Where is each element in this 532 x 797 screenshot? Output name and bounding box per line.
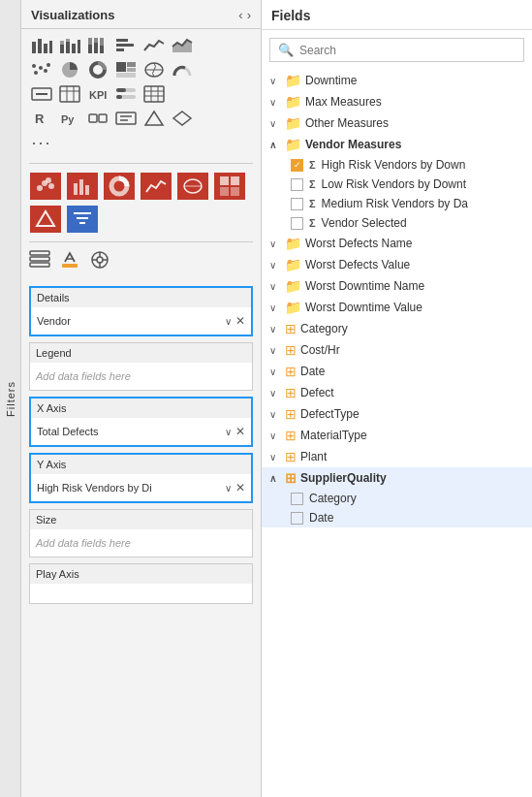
details-close-icon[interactable]: ✕ <box>235 314 245 328</box>
max-measures-chevron-icon: ∨ <box>269 97 281 108</box>
horiz-bar-icon[interactable] <box>113 35 139 56</box>
stacked-bar-icon[interactable] <box>57 35 82 56</box>
group-cost-hr-header[interactable]: ∨ ⊞ Cost/Hr <box>262 339 532 361</box>
gauge-icon[interactable] <box>170 59 195 80</box>
card-icon[interactable] <box>29 83 54 105</box>
svg-rect-5 <box>60 41 64 45</box>
svg-rect-15 <box>100 46 104 53</box>
defect-chevron-icon: ∨ <box>269 388 281 398</box>
treemap-icon[interactable] <box>113 59 139 80</box>
matrix-icon[interactable] <box>57 83 82 105</box>
group-worst-downtime-value-header[interactable]: ∨ 📁 Worst Downtime Value <box>262 297 532 318</box>
bar-chart-icon[interactable] <box>29 35 54 56</box>
slicer-icon[interactable] <box>113 83 139 105</box>
low-risk-checkbox[interactable] <box>291 178 303 191</box>
x-axis-header: X Axis <box>31 398 251 418</box>
worst-defects-value-chevron-icon: ∨ <box>269 260 281 271</box>
sq-date-checkbox[interactable] <box>291 512 303 525</box>
selected-viz-2[interactable] <box>67 173 98 200</box>
divider-1 <box>29 163 253 164</box>
100pct-bar-icon[interactable] <box>85 35 110 56</box>
y-axis-body[interactable]: High Risk Vendors by Di ∨ ✕ <box>31 474 251 501</box>
group-vendor-measures-header[interactable]: ∧ 📁 Vendor Measures <box>262 134 532 155</box>
field-item-sq-date[interactable]: Date <box>262 508 532 527</box>
selected-viz-6[interactable] <box>214 173 245 200</box>
selected-viz-1[interactable] <box>30 173 61 200</box>
py-script-icon[interactable]: Py <box>57 108 82 129</box>
text-box-icon[interactable] <box>113 108 139 129</box>
group-date-header[interactable]: ∨ ⊞ Date <box>262 361 532 382</box>
legend-body[interactable]: Add data fields here <box>30 363 252 390</box>
medium-risk-checkbox[interactable] <box>291 198 303 210</box>
sq-category-checkbox[interactable] <box>291 493 303 505</box>
x-axis-body[interactable]: Total Defects ∨ ✕ <box>31 418 251 445</box>
format-tool-icon[interactable] <box>60 250 79 274</box>
y-axis-close-icon[interactable]: ✕ <box>235 481 245 494</box>
group-material-type-header[interactable]: ∨ ⊞ MaterialType <box>262 425 532 446</box>
svg-rect-34 <box>60 86 79 102</box>
icon-row-3: KPI <box>29 83 253 105</box>
plant-label: Plant <box>300 450 327 463</box>
arrow-right-icon[interactable]: › <box>247 8 251 22</box>
size-body[interactable]: Add data fields here <box>30 529 252 557</box>
field-item-high-risk[interactable]: ✓ Σ High Risk Vendors by Down <box>262 155 532 175</box>
group-worst-defects-value-header[interactable]: ∨ 📁 Worst Defects Value <box>262 254 532 275</box>
pie-chart-icon[interactable] <box>57 59 82 80</box>
category-label: Category <box>300 322 348 335</box>
group-defect-type-header[interactable]: ∨ ⊞ DefectType <box>262 403 532 425</box>
vendor-measures-chevron-icon: ∧ <box>269 140 281 150</box>
analytics-tool-icon[interactable] <box>89 250 110 274</box>
worst-downtime-value-folder-icon: 📁 <box>285 300 301 315</box>
svg-point-59 <box>48 183 54 189</box>
search-input[interactable] <box>299 44 516 57</box>
svg-rect-17 <box>116 44 134 47</box>
more-visuals-icon[interactable]: ··· <box>29 132 54 153</box>
line-chart-icon[interactable] <box>141 35 167 56</box>
donut-icon[interactable] <box>85 59 110 80</box>
selected-viz-4[interactable] <box>141 173 172 200</box>
custom-visual-icon[interactable] <box>85 108 110 129</box>
shape-icon[interactable] <box>141 108 167 129</box>
group-supplier-quality-header[interactable]: ∧ ⊞ SupplierQuality <box>262 467 532 489</box>
svg-point-57 <box>37 185 43 191</box>
group-worst-downtime-name-header[interactable]: ∨ 📁 Worst Downtime Name <box>262 275 532 297</box>
area-chart-icon[interactable] <box>170 35 195 56</box>
svg-point-21 <box>39 66 43 70</box>
group-defect-header[interactable]: ∨ ⊞ Defect <box>262 382 532 403</box>
field-item-sq-category[interactable]: Category <box>262 489 532 508</box>
group-downtime-header[interactable]: ∨ 📁 Downtime <box>262 70 532 91</box>
highlighted-icons-row <box>21 168 261 205</box>
play-axis-body[interactable] <box>30 584 252 603</box>
group-max-measures-header[interactable]: ∨ 📁 Max Measures <box>262 91 532 112</box>
group-other-measures-header[interactable]: ∨ 📁 Other Measures <box>262 112 532 134</box>
group-category-header[interactable]: ∨ ⊞ Category <box>262 318 532 339</box>
table-viz-icon[interactable] <box>141 83 167 105</box>
high-risk-checkbox[interactable]: ✓ <box>291 159 303 172</box>
field-item-vendor-selected[interactable]: Σ Vendor Selected <box>262 213 532 233</box>
svg-rect-4 <box>60 45 64 53</box>
date-chevron-icon: ∨ <box>269 367 281 377</box>
r-script-icon[interactable]: R <box>29 108 54 129</box>
filters-tab[interactable]: Filters <box>0 0 21 797</box>
details-body[interactable]: Vendor ∨ ✕ <box>31 307 251 335</box>
group-cost-hr: ∨ ⊞ Cost/Hr <box>262 339 532 361</box>
selected-viz-5[interactable] <box>177 173 208 200</box>
svg-rect-51 <box>99 114 107 122</box>
x-axis-close-icon[interactable]: ✕ <box>235 425 245 438</box>
map-icon[interactable] <box>141 59 167 80</box>
vendor-measures-label: Vendor Measures <box>305 138 401 151</box>
selected-viz-7[interactable] <box>30 206 61 233</box>
scatter-icon[interactable] <box>29 59 54 80</box>
group-worst-defects-name-header[interactable]: ∨ 📁 Worst Defects Name <box>262 233 532 254</box>
icon-row-4: R Py <box>29 108 253 129</box>
field-item-low-risk[interactable]: Σ Low Risk Vendors by Downt <box>262 175 532 194</box>
selected-viz-3[interactable] <box>104 173 135 200</box>
field-item-medium-risk[interactable]: Σ Medium Risk Vendors by Da <box>262 194 532 213</box>
vendor-selected-checkbox[interactable] <box>291 217 303 230</box>
selected-viz-filter[interactable] <box>67 206 98 233</box>
group-plant-header[interactable]: ∨ ⊞ Plant <box>262 446 532 467</box>
arrow-left-icon[interactable]: ‹ <box>238 8 242 22</box>
diamond-icon[interactable] <box>170 108 195 129</box>
kpi-icon[interactable]: KPI <box>85 83 110 105</box>
fields-tool-icon[interactable] <box>29 250 50 274</box>
